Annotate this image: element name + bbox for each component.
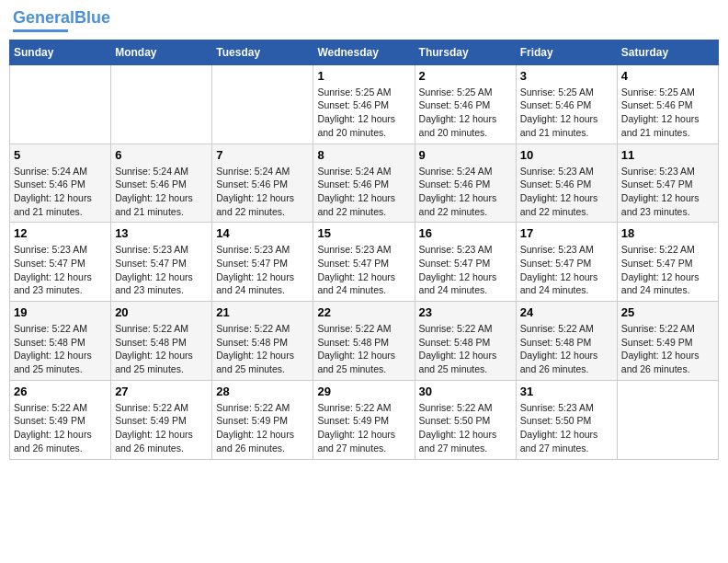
day-info: Sunrise: 5:24 AM Sunset: 5:46 PM Dayligh… [317, 165, 410, 219]
day-info: Sunrise: 5:25 AM Sunset: 5:46 PM Dayligh… [317, 86, 410, 140]
day-info: Sunrise: 5:22 AM Sunset: 5:48 PM Dayligh… [115, 322, 208, 376]
calendar-cell: 22Sunrise: 5:22 AM Sunset: 5:48 PM Dayli… [313, 302, 415, 381]
calendar-cell: 3Sunrise: 5:25 AM Sunset: 5:46 PM Daylig… [516, 64, 617, 144]
day-info: Sunrise: 5:23 AM Sunset: 5:50 PM Dayligh… [520, 401, 613, 455]
calendar-cell: 10Sunrise: 5:23 AM Sunset: 5:46 PM Dayli… [516, 144, 617, 223]
column-header-wednesday: Wednesday [313, 40, 415, 64]
day-number: 4 [621, 69, 714, 83]
calendar-cell: 28Sunrise: 5:22 AM Sunset: 5:49 PM Dayli… [212, 380, 313, 459]
calendar-cell: 8Sunrise: 5:24 AM Sunset: 5:46 PM Daylig… [313, 144, 415, 223]
day-number: 19 [14, 305, 107, 319]
calendar-cell: 30Sunrise: 5:22 AM Sunset: 5:50 PM Dayli… [415, 380, 516, 459]
day-number: 17 [520, 226, 613, 240]
day-number: 15 [317, 226, 410, 240]
day-number: 31 [520, 385, 613, 398]
calendar-cell [10, 64, 111, 144]
logo-underline [13, 29, 68, 32]
day-info: Sunrise: 5:23 AM Sunset: 5:47 PM Dayligh… [216, 243, 309, 297]
day-number: 12 [14, 226, 107, 240]
day-info: Sunrise: 5:23 AM Sunset: 5:47 PM Dayligh… [419, 243, 512, 297]
day-number: 20 [115, 305, 208, 319]
calendar-cell: 13Sunrise: 5:23 AM Sunset: 5:47 PM Dayli… [111, 223, 212, 302]
logo: GeneralBlue [13, 9, 110, 32]
column-header-thursday: Thursday [415, 40, 516, 64]
day-info: Sunrise: 5:22 AM Sunset: 5:48 PM Dayligh… [14, 322, 107, 376]
calendar-cell: 9Sunrise: 5:24 AM Sunset: 5:46 PM Daylig… [415, 144, 516, 223]
day-number: 6 [115, 148, 208, 162]
calendar-cell [617, 380, 718, 459]
day-number: 21 [216, 305, 309, 319]
calendar-cell: 23Sunrise: 5:22 AM Sunset: 5:48 PM Dayli… [415, 302, 516, 381]
day-info: Sunrise: 5:25 AM Sunset: 5:46 PM Dayligh… [520, 86, 613, 140]
day-info: Sunrise: 5:22 AM Sunset: 5:49 PM Dayligh… [621, 322, 714, 376]
calendar-cell: 4Sunrise: 5:25 AM Sunset: 5:46 PM Daylig… [617, 64, 718, 144]
day-info: Sunrise: 5:23 AM Sunset: 5:47 PM Dayligh… [520, 243, 613, 297]
calendar-cell: 6Sunrise: 5:24 AM Sunset: 5:46 PM Daylig… [111, 144, 212, 223]
day-info: Sunrise: 5:22 AM Sunset: 5:47 PM Dayligh… [621, 243, 714, 297]
day-number: 16 [419, 226, 512, 240]
day-number: 18 [621, 226, 714, 240]
day-info: Sunrise: 5:24 AM Sunset: 5:46 PM Dayligh… [216, 165, 309, 219]
day-info: Sunrise: 5:22 AM Sunset: 5:48 PM Dayligh… [317, 322, 410, 376]
day-number: 24 [520, 305, 613, 319]
calendar-week-row: 1Sunrise: 5:25 AM Sunset: 5:46 PM Daylig… [10, 64, 719, 144]
column-header-friday: Friday [516, 40, 617, 64]
page-header: GeneralBlue [9, 9, 719, 32]
calendar-week-row: 19Sunrise: 5:22 AM Sunset: 5:48 PM Dayli… [10, 302, 719, 381]
calendar-cell: 15Sunrise: 5:23 AM Sunset: 5:47 PM Dayli… [313, 223, 415, 302]
day-number: 25 [621, 305, 714, 319]
calendar-header-row: SundayMondayTuesdayWednesdayThursdayFrid… [10, 40, 719, 64]
calendar-week-row: 26Sunrise: 5:22 AM Sunset: 5:49 PM Dayli… [10, 380, 719, 459]
day-number: 1 [317, 69, 410, 83]
calendar-cell: 29Sunrise: 5:22 AM Sunset: 5:49 PM Dayli… [313, 380, 415, 459]
calendar-cell: 5Sunrise: 5:24 AM Sunset: 5:46 PM Daylig… [10, 144, 111, 223]
day-number: 26 [14, 385, 107, 398]
day-info: Sunrise: 5:23 AM Sunset: 5:47 PM Dayligh… [621, 165, 714, 219]
day-number: 29 [317, 385, 410, 398]
column-header-sunday: Sunday [10, 40, 111, 64]
column-header-tuesday: Tuesday [212, 40, 313, 64]
day-number: 9 [419, 148, 512, 162]
logo-blue: Blue [74, 8, 110, 27]
calendar-cell: 31Sunrise: 5:23 AM Sunset: 5:50 PM Dayli… [516, 380, 617, 459]
day-info: Sunrise: 5:22 AM Sunset: 5:49 PM Dayligh… [216, 401, 309, 455]
day-number: 22 [317, 305, 410, 319]
calendar-cell: 26Sunrise: 5:22 AM Sunset: 5:49 PM Dayli… [10, 380, 111, 459]
day-info: Sunrise: 5:23 AM Sunset: 5:47 PM Dayligh… [14, 243, 107, 297]
day-number: 11 [621, 148, 714, 162]
calendar-cell: 12Sunrise: 5:23 AM Sunset: 5:47 PM Dayli… [10, 223, 111, 302]
calendar-cell: 11Sunrise: 5:23 AM Sunset: 5:47 PM Dayli… [617, 144, 718, 223]
day-number: 23 [419, 305, 512, 319]
day-info: Sunrise: 5:23 AM Sunset: 5:46 PM Dayligh… [520, 165, 613, 219]
logo-text: GeneralBlue [13, 9, 110, 28]
calendar-cell: 17Sunrise: 5:23 AM Sunset: 5:47 PM Dayli… [516, 223, 617, 302]
day-info: Sunrise: 5:22 AM Sunset: 5:49 PM Dayligh… [317, 401, 410, 455]
day-info: Sunrise: 5:23 AM Sunset: 5:47 PM Dayligh… [317, 243, 410, 297]
day-number: 10 [520, 148, 613, 162]
day-info: Sunrise: 5:22 AM Sunset: 5:48 PM Dayligh… [216, 322, 309, 376]
day-info: Sunrise: 5:22 AM Sunset: 5:48 PM Dayligh… [419, 322, 512, 376]
calendar-cell: 25Sunrise: 5:22 AM Sunset: 5:49 PM Dayli… [617, 302, 718, 381]
day-number: 28 [216, 385, 309, 398]
day-number: 3 [520, 69, 613, 83]
day-number: 2 [419, 69, 512, 83]
day-info: Sunrise: 5:22 AM Sunset: 5:50 PM Dayligh… [419, 401, 512, 455]
calendar-cell: 14Sunrise: 5:23 AM Sunset: 5:47 PM Dayli… [212, 223, 313, 302]
calendar-cell [212, 64, 313, 144]
calendar-week-row: 5Sunrise: 5:24 AM Sunset: 5:46 PM Daylig… [10, 144, 719, 223]
calendar-cell: 19Sunrise: 5:22 AM Sunset: 5:48 PM Dayli… [10, 302, 111, 381]
day-number: 14 [216, 226, 309, 240]
day-info: Sunrise: 5:24 AM Sunset: 5:46 PM Dayligh… [115, 165, 208, 219]
calendar-week-row: 12Sunrise: 5:23 AM Sunset: 5:47 PM Dayli… [10, 223, 719, 302]
day-info: Sunrise: 5:22 AM Sunset: 5:48 PM Dayligh… [520, 322, 613, 376]
day-info: Sunrise: 5:24 AM Sunset: 5:46 PM Dayligh… [14, 165, 107, 219]
day-number: 5 [14, 148, 107, 162]
day-number: 27 [115, 385, 208, 398]
calendar-cell: 7Sunrise: 5:24 AM Sunset: 5:46 PM Daylig… [212, 144, 313, 223]
day-number: 13 [115, 226, 208, 240]
calendar-table: SundayMondayTuesdayWednesdayThursdayFrid… [9, 40, 719, 460]
day-info: Sunrise: 5:25 AM Sunset: 5:46 PM Dayligh… [621, 86, 714, 140]
column-header-monday: Monday [111, 40, 212, 64]
calendar-cell: 20Sunrise: 5:22 AM Sunset: 5:48 PM Dayli… [111, 302, 212, 381]
day-info: Sunrise: 5:24 AM Sunset: 5:46 PM Dayligh… [419, 165, 512, 219]
